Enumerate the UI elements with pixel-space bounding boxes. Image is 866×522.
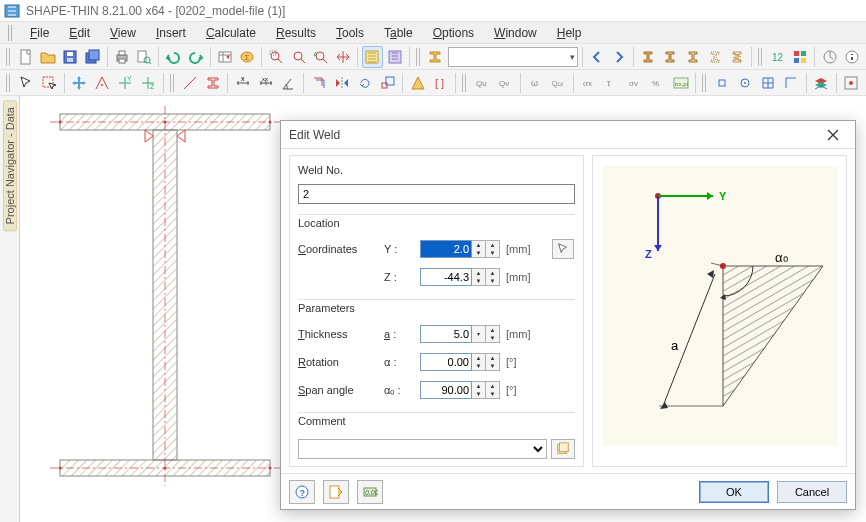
rotate-icon[interactable] xyxy=(354,72,375,94)
stress-sigma-v-icon[interactable]: σv xyxy=(624,72,645,94)
stress-point-combo[interactable]: ▾ xyxy=(448,47,578,67)
dimension-xx-icon[interactable]: xx xyxy=(255,72,276,94)
span-angle-spinner[interactable]: ▲▼ xyxy=(472,381,486,399)
snap-ortho-icon[interactable] xyxy=(781,72,802,94)
menu-tools[interactable]: Tools xyxy=(326,24,374,42)
layers-icon[interactable] xyxy=(811,72,832,94)
snap-grid-icon[interactable] xyxy=(758,72,779,94)
render-4-icon[interactable] xyxy=(705,46,725,68)
cancel-button[interactable]: Cancel xyxy=(777,481,847,503)
redo-icon[interactable] xyxy=(185,46,205,68)
nav-right-icon[interactable] xyxy=(609,46,629,68)
dimension-x-icon[interactable]: x xyxy=(232,72,253,94)
project-navigator-tab[interactable]: Project Navigator - Data xyxy=(0,96,20,522)
stress-sigma-x-icon[interactable]: σx xyxy=(578,72,599,94)
y-input[interactable] xyxy=(420,240,472,258)
stress-omega-icon[interactable]: ω xyxy=(525,72,546,94)
snap-settings-icon[interactable] xyxy=(841,72,862,94)
close-icon[interactable] xyxy=(819,125,847,145)
toolbar-grip[interactable] xyxy=(8,25,14,41)
numbering-icon[interactable]: 12 xyxy=(768,46,788,68)
render-1-icon[interactable] xyxy=(638,46,658,68)
units-icon[interactable] xyxy=(819,46,839,68)
offset-icon[interactable] xyxy=(308,72,329,94)
units-button[interactable]: 0.00 xyxy=(357,480,383,504)
edit-note-button[interactable] xyxy=(323,480,349,504)
undo-icon[interactable] xyxy=(163,46,183,68)
snap-center-icon[interactable] xyxy=(735,72,756,94)
zoom-window-icon[interactable] xyxy=(266,46,286,68)
render-5-icon[interactable] xyxy=(727,46,747,68)
scale-icon[interactable] xyxy=(377,72,398,94)
toolbar-grip[interactable] xyxy=(170,74,176,92)
new-file-icon[interactable] xyxy=(15,46,35,68)
stress-qomega-icon[interactable]: Qω xyxy=(548,72,569,94)
toolbar-grip[interactable] xyxy=(6,74,12,92)
snap-endpoint-icon[interactable] xyxy=(712,72,733,94)
dialog-titlebar[interactable]: Edit Weld xyxy=(281,121,855,149)
menu-window[interactable]: Window xyxy=(484,24,547,42)
comment-library-button[interactable] xyxy=(551,439,575,459)
nav-left-icon[interactable] xyxy=(586,46,606,68)
help-button[interactable]: ? xyxy=(289,480,315,504)
select-icon[interactable] xyxy=(16,72,37,94)
zoom-extents-icon[interactable] xyxy=(288,46,308,68)
stress-tau-icon[interactable]: τ xyxy=(601,72,622,94)
menu-table[interactable]: Table xyxy=(374,24,423,42)
select-window-icon[interactable] xyxy=(39,72,60,94)
view-results-icon[interactable] xyxy=(385,46,405,68)
stress-qv-icon[interactable]: Qv xyxy=(495,72,516,94)
rotation-input[interactable] xyxy=(420,353,472,371)
print-preview-icon[interactable] xyxy=(134,46,154,68)
rotation-step-spinner[interactable]: ▲▼ xyxy=(486,353,500,371)
menu-file[interactable]: File xyxy=(20,24,59,42)
ok-button[interactable]: OK xyxy=(699,481,769,503)
line-icon[interactable] xyxy=(179,72,200,94)
menu-results[interactable]: Results xyxy=(266,24,326,42)
thickness-input[interactable] xyxy=(420,325,472,343)
info-icon[interactable] xyxy=(842,46,862,68)
rotation-spinner[interactable]: ▲▼ xyxy=(472,353,486,371)
menu-calculate[interactable]: Calculate xyxy=(196,24,266,42)
z-input[interactable] xyxy=(420,268,472,286)
render-3-icon[interactable] xyxy=(683,46,703,68)
z-spinner[interactable]: ▲▼ xyxy=(472,268,486,286)
y-spinner[interactable]: ▲▼ xyxy=(472,240,486,258)
ucs-y-icon[interactable]: Y xyxy=(115,72,136,94)
stress-qu-icon[interactable]: Qu xyxy=(472,72,493,94)
save-multi-icon[interactable] xyxy=(82,46,102,68)
open-folder-icon[interactable] xyxy=(38,46,58,68)
save-icon[interactable] xyxy=(60,46,80,68)
stress-sigma-xpl-icon[interactable]: σx,pl xyxy=(670,72,691,94)
print-icon[interactable] xyxy=(112,46,132,68)
weld-icon[interactable] xyxy=(407,72,428,94)
goto-table-icon[interactable] xyxy=(215,46,235,68)
show-shape-icon[interactable] xyxy=(425,46,445,68)
dimension-angle-icon[interactable] xyxy=(278,72,299,94)
stress-percent-icon[interactable]: % xyxy=(647,72,668,94)
calculate-icon[interactable]: Σ xyxy=(237,46,257,68)
origin-icon[interactable] xyxy=(92,72,113,94)
ucs-z-icon[interactable]: Z xyxy=(138,72,159,94)
span-angle-input[interactable] xyxy=(420,381,472,399)
pick-point-button[interactable] xyxy=(552,239,574,259)
comment-combo[interactable] xyxy=(298,439,547,459)
weld-no-input[interactable] xyxy=(298,184,575,204)
menu-view[interactable]: View xyxy=(100,24,146,42)
zoom-previous-icon[interactable] xyxy=(311,46,331,68)
toolbar-grip[interactable] xyxy=(462,74,468,92)
move-icon[interactable] xyxy=(69,72,90,94)
view-model-icon[interactable] xyxy=(362,46,382,68)
toolbar-grip[interactable] xyxy=(702,74,708,92)
color-icon[interactable] xyxy=(790,46,810,68)
z-step-spinner[interactable]: ▲▼ xyxy=(486,268,500,286)
menu-insert[interactable]: Insert xyxy=(146,24,196,42)
menu-help[interactable]: Help xyxy=(547,24,592,42)
toolbar-grip[interactable] xyxy=(6,48,11,66)
y-step-spinner[interactable]: ▲▼ xyxy=(486,240,500,258)
menu-edit[interactable]: Edit xyxy=(59,24,100,42)
thickness-spinner[interactable]: ▲▼ xyxy=(486,325,500,343)
render-2-icon[interactable] xyxy=(660,46,680,68)
toolbar-grip[interactable] xyxy=(416,48,421,66)
toolbar-grip[interactable] xyxy=(758,48,763,66)
